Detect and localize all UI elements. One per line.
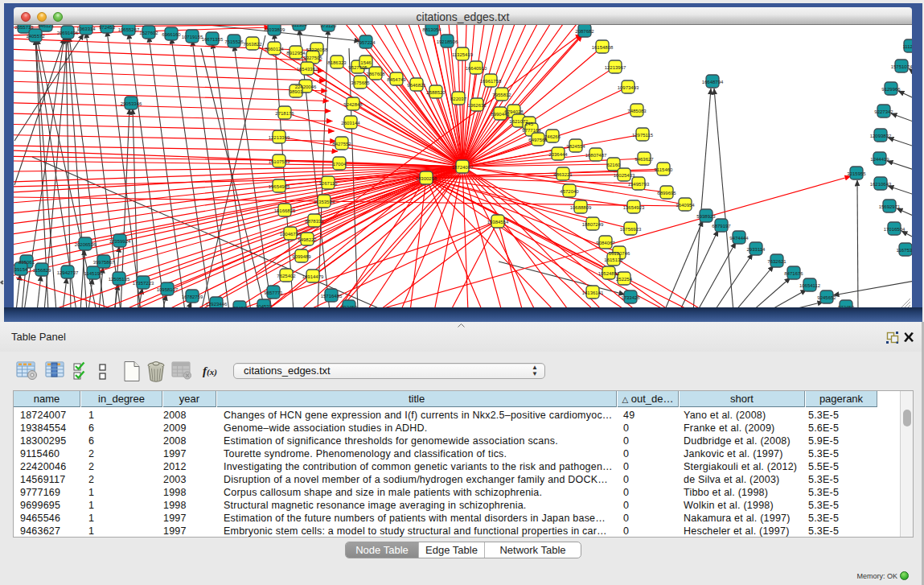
svg-text:12213967: 12213967	[605, 65, 626, 70]
svg-text:19218506: 19218506	[437, 39, 458, 44]
svg-text:846121: 846121	[38, 25, 55, 28]
svg-text:12213369: 12213369	[269, 135, 290, 140]
svg-text:811304: 811304	[291, 25, 307, 27]
svg-text:14136141: 14136141	[582, 290, 604, 295]
svg-text:4863221: 4863221	[553, 172, 573, 177]
svg-text:18724007: 18724007	[452, 165, 474, 170]
svg-text:16648794: 16648794	[702, 80, 724, 84]
svg-text:6966160: 6966160	[162, 32, 181, 37]
svg-text:7955812: 7955812	[492, 93, 511, 97]
svg-text:8660124: 8660124	[265, 47, 284, 51]
svg-text:1527602: 1527602	[139, 31, 158, 35]
svg-text:15751074: 15751074	[891, 64, 912, 69]
svg-text:4572040: 4572040	[560, 189, 579, 194]
svg-text:10524851: 10524851	[598, 271, 620, 276]
svg-text:7663822: 7663822	[243, 42, 262, 47]
svg-text:9777169: 9777169	[522, 128, 541, 133]
svg-text:16782759: 16782759	[182, 295, 203, 299]
svg-text:972453: 972453	[99, 25, 116, 30]
svg-text:9245652: 9245652	[817, 295, 836, 300]
svg-text:7632621: 7632621	[767, 259, 786, 264]
svg-text:16154808: 16154808	[592, 45, 614, 50]
svg-text:20691406: 20691406	[57, 31, 79, 35]
svg-text:8454749: 8454749	[387, 77, 406, 82]
svg-text:9327505: 9327505	[303, 56, 322, 60]
svg-text:39975867: 39975867	[93, 260, 115, 265]
svg-text:111243: 111243	[902, 44, 912, 49]
svg-text:9242848: 9242848	[343, 102, 363, 107]
svg-text:10688809: 10688809	[570, 205, 592, 210]
svg-text:12942737: 12942737	[57, 270, 79, 275]
svg-text:3675685: 3675685	[351, 80, 370, 85]
svg-text:1244419: 1244419	[870, 157, 889, 162]
svg-text:12505135: 12505135	[109, 277, 130, 282]
svg-text:7957224: 7957224	[356, 40, 376, 45]
svg-text:7625402: 7625402	[277, 274, 296, 278]
svg-text:104532: 104532	[256, 304, 273, 308]
svg-text:10807487: 10807487	[585, 153, 607, 158]
svg-text:2087682: 2087682	[575, 29, 594, 34]
svg-text:10973493: 10973493	[618, 85, 639, 90]
svg-text:18300295: 18300295	[416, 176, 437, 181]
svg-text:10756923: 10756923	[620, 227, 642, 232]
svg-text:1145194: 1145194	[84, 271, 104, 276]
svg-text:992450: 992450	[341, 305, 358, 308]
svg-text:16671355: 16671355	[202, 37, 224, 42]
svg-text:9474444: 9474444	[729, 236, 749, 241]
svg-text:17357223: 17357223	[133, 281, 154, 286]
svg-text:1733426: 1733426	[621, 295, 640, 300]
svg-text:2336444: 2336444	[548, 152, 568, 157]
svg-text:10046736: 10046736	[280, 232, 302, 237]
svg-text:1546: 1546	[360, 60, 372, 65]
svg-text:16033809: 16033809	[264, 27, 285, 32]
svg-text:13654923: 13654923	[623, 205, 645, 210]
svg-text:2603144: 2603144	[341, 121, 360, 126]
svg-text:17016504: 17016504	[884, 227, 906, 232]
svg-text:1167533: 1167533	[897, 248, 912, 253]
svg-text:9129966: 9129966	[881, 87, 901, 92]
svg-text:972450: 972450	[838, 305, 855, 308]
svg-text:746266: 746266	[544, 134, 561, 139]
svg-text:3267110: 3267110	[319, 181, 339, 186]
svg-text:16961758: 16961758	[480, 79, 502, 84]
svg-text:2588520: 2588520	[426, 90, 446, 95]
svg-text:20206536: 20206536	[75, 242, 97, 247]
svg-text:822037: 822037	[450, 97, 467, 101]
svg-text:7485083: 7485083	[627, 109, 647, 113]
svg-text:13495793: 13495793	[628, 182, 650, 187]
svg-text:15716485: 15716485	[321, 294, 343, 299]
svg-text:17004: 17004	[333, 162, 347, 167]
svg-text:9646821: 9646821	[407, 83, 426, 88]
svg-text:9115460: 9115460	[655, 167, 674, 172]
svg-text:10958107: 10958107	[157, 287, 179, 292]
svg-text:252254: 252254	[616, 277, 633, 282]
svg-text:10025433: 10025433	[614, 173, 635, 178]
svg-text:15692971: 15692971	[879, 204, 901, 209]
svg-text:29053346: 29053346	[121, 101, 142, 106]
svg-text:f(x): f(x)	[203, 365, 217, 377]
svg-text:16107553: 16107553	[269, 159, 290, 164]
svg-text:9099489: 9099489	[292, 254, 311, 259]
svg-text:19166825: 19166825	[274, 208, 296, 213]
svg-text:973120: 973120	[320, 25, 337, 28]
svg-text:53226058: 53226058	[306, 47, 328, 52]
svg-text:6794028: 6794028	[504, 109, 524, 114]
svg-text:19384554: 19384554	[487, 220, 509, 225]
svg-text:1156829: 1156829	[33, 268, 52, 273]
svg-text:1405572: 1405572	[26, 34, 45, 39]
svg-text:9463627: 9463627	[634, 157, 654, 162]
svg-text:9227342: 9227342	[874, 109, 893, 114]
svg-text:12975115: 12975115	[632, 133, 654, 138]
svg-text:9527505: 9527505	[348, 65, 368, 70]
svg-text:82450: 82450	[233, 306, 247, 308]
svg-text:16640910: 16640910	[466, 66, 487, 71]
svg-text:10719155: 10719155	[182, 35, 203, 39]
svg-text:8186323: 8186323	[327, 60, 347, 65]
svg-text:10654112: 10654112	[799, 283, 821, 288]
svg-text:10655267: 10655267	[118, 27, 140, 32]
svg-text:5498222: 5498222	[298, 237, 317, 242]
svg-text:14914479: 14914479	[302, 274, 324, 279]
svg-text:62160: 62160	[607, 163, 621, 167]
svg-text:3824554: 3824554	[566, 144, 585, 149]
svg-text:835061: 835061	[18, 260, 35, 265]
